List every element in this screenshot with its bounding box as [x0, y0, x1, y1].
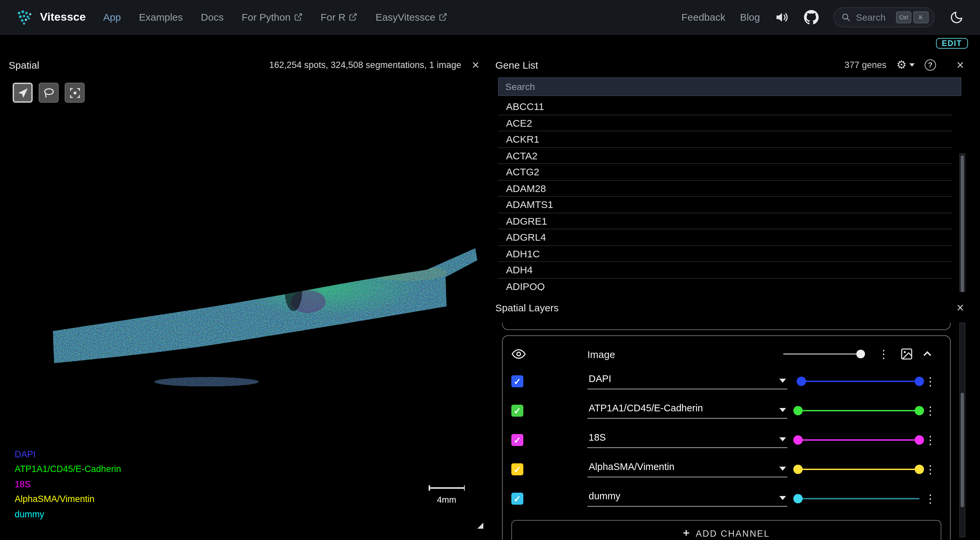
add-channel-button[interactable]: + ADD CHANNEL [511, 520, 941, 540]
center-tool-button[interactable] [65, 83, 85, 103]
help-button[interactable]: ? [925, 59, 936, 70]
plus-icon: + [683, 527, 690, 540]
github-button[interactable] [804, 10, 819, 24]
gene-row[interactable]: ADAM28 [498, 180, 952, 197]
nav-link-for-python[interactable]: For Python [242, 11, 303, 23]
channel-range-slider[interactable] [798, 465, 920, 474]
layer-menu-button[interactable]: ⋮ [878, 348, 889, 360]
nav-link-easyvitessce[interactable]: EasyVitessce [375, 11, 448, 23]
volume-button[interactable] [775, 10, 789, 24]
chevron-down-icon [909, 63, 915, 66]
channel-menu-button[interactable]: ⋮ [925, 405, 941, 416]
lasso-tool-button[interactable] [39, 83, 59, 103]
dark-mode-toggle[interactable] [949, 10, 964, 24]
external-link-icon [294, 13, 303, 21]
channel-select[interactable]: 18S [587, 432, 788, 448]
collapse-layer-button[interactable] [921, 348, 933, 360]
layer-opacity-slider[interactable] [783, 349, 865, 358]
close-icon[interactable]: × [472, 58, 479, 71]
channel-visibility-checkbox[interactable]: ✓ [511, 434, 523, 446]
channel-row: ✓ dummy ⋮ [511, 484, 941, 513]
spatial-panel-subtitle: 162,254 spots, 324,508 segmentations, 1 … [269, 60, 461, 70]
slider-knob-low[interactable] [793, 465, 803, 474]
gene-row[interactable]: ADIPOQ [498, 278, 952, 291]
gene-search-input[interactable] [498, 77, 961, 96]
gene-list-title: Gene List [495, 59, 538, 70]
image-layer-card: Image ⋮ [502, 335, 951, 540]
channel-range-slider[interactable] [798, 406, 920, 415]
slider-knob-high[interactable] [915, 406, 924, 415]
gene-row[interactable]: ADGRL4 [498, 229, 952, 246]
channel-select[interactable]: DAPI [587, 373, 788, 389]
gene-row[interactable]: ACE2 [498, 115, 952, 131]
channel-menu-button[interactable]: ⋮ [925, 464, 941, 475]
gene-list-header: Gene List 377 genes ⚙ ? × [492, 53, 968, 76]
channel-menu-button[interactable]: ⋮ [925, 376, 941, 387]
gene-row[interactable]: ACTG2 [498, 164, 952, 180]
gene-list: ABCC11ACE2ACKR1ACTA2ACTG2ADAM28ADAMTS1AD… [498, 99, 952, 291]
channel-visibility-checkbox[interactable]: ✓ [511, 464, 523, 475]
volume-icon [775, 10, 789, 24]
slider-knob-low[interactable] [793, 406, 803, 415]
layer-image-button[interactable] [900, 347, 913, 361]
nav-link-feedback[interactable]: Feedback [681, 11, 725, 23]
layer-visibility-button[interactable] [511, 347, 526, 362]
nav-link-for-r[interactable]: For R [321, 11, 358, 23]
slider-knob-low[interactable] [796, 377, 806, 386]
scrollbar-thumb[interactable] [961, 393, 964, 507]
nav-link-examples[interactable]: Examples [139, 11, 183, 23]
channel-select[interactable]: ATP1A1/CD45/E-Cadherin [587, 403, 788, 419]
gene-row[interactable]: ADH4 [498, 262, 952, 278]
channel-visibility-checkbox[interactable]: ✓ [511, 375, 523, 387]
nav-link-app[interactable]: App [103, 11, 121, 23]
channel-row: ✓ DAPI ⋮ [511, 367, 941, 396]
gene-row[interactable]: ACTA2 [498, 148, 952, 164]
scrollbar-thumb[interactable] [961, 155, 964, 292]
nav-links: AppExamplesDocsFor PythonFor REasyVitess… [103, 11, 447, 23]
channel-select-label: dummy [589, 491, 780, 501]
nav-link-label: App [103, 11, 121, 23]
gene-row[interactable]: ADGRE1 [498, 213, 952, 229]
pan-tool-button[interactable] [13, 83, 33, 103]
channel-range-slider[interactable] [798, 435, 920, 444]
search-keys: CtrlK [896, 11, 929, 23]
edit-button[interactable]: EDIT [936, 38, 968, 49]
add-channel-label: ADD CHANNEL [696, 528, 770, 538]
search-input[interactable]: Search CtrlK [833, 7, 935, 27]
slider-knob-low[interactable] [793, 435, 803, 444]
chevron-up-icon [921, 348, 933, 360]
resize-handle[interactable] [477, 522, 483, 529]
channel-range-slider[interactable] [798, 494, 920, 503]
slider-knob-high[interactable] [915, 377, 924, 386]
gene-row[interactable]: ADAMTS1 [498, 197, 952, 213]
channel-range-slider[interactable] [798, 377, 920, 386]
vitessce-logo-icon [16, 8, 33, 25]
close-icon[interactable]: × [957, 58, 964, 71]
slider-knob[interactable] [856, 350, 865, 358]
channel-select-label: AlphaSMA/Vimentin [589, 461, 780, 472]
external-link-icon [439, 13, 447, 21]
gene-row[interactable]: ABCC11 [498, 99, 952, 115]
channel-visibility-checkbox[interactable]: ✓ [511, 405, 523, 417]
slider-knob-low[interactable] [793, 494, 803, 503]
slider-knob-high[interactable] [915, 465, 924, 474]
channel-menu-button[interactable]: ⋮ [925, 493, 941, 504]
spatial-layers-panel: Spatial Layers × Image [492, 296, 968, 540]
nav-link-blog[interactable]: Blog [740, 11, 760, 23]
spatial-canvas[interactable]: DAPIATP1A1/CD45/E-Cadherin18SAlphaSMA/Vi… [6, 76, 482, 529]
close-icon[interactable]: × [957, 301, 964, 314]
gene-row[interactable]: ACKR1 [498, 131, 952, 148]
channel-visibility-checkbox[interactable]: ✓ [511, 493, 523, 505]
gene-row[interactable]: ADH1C [498, 246, 952, 262]
brand-link[interactable]: Vitessce [16, 8, 86, 25]
spatial-panel-title: Spatial [9, 59, 39, 70]
nav-link-docs[interactable]: Docs [201, 11, 224, 23]
slider-knob-high[interactable] [915, 435, 924, 444]
external-link-icon [349, 13, 358, 21]
channel-menu-button[interactable]: ⋮ [925, 434, 941, 446]
settings-button[interactable]: ⚙ [896, 58, 915, 72]
scale-bar: 4mm [429, 487, 465, 505]
channel-select[interactable]: dummy [587, 491, 788, 507]
channel-select[interactable]: AlphaSMA/Vimentin [587, 461, 788, 477]
scale-bar-label: 4mm [429, 495, 465, 505]
